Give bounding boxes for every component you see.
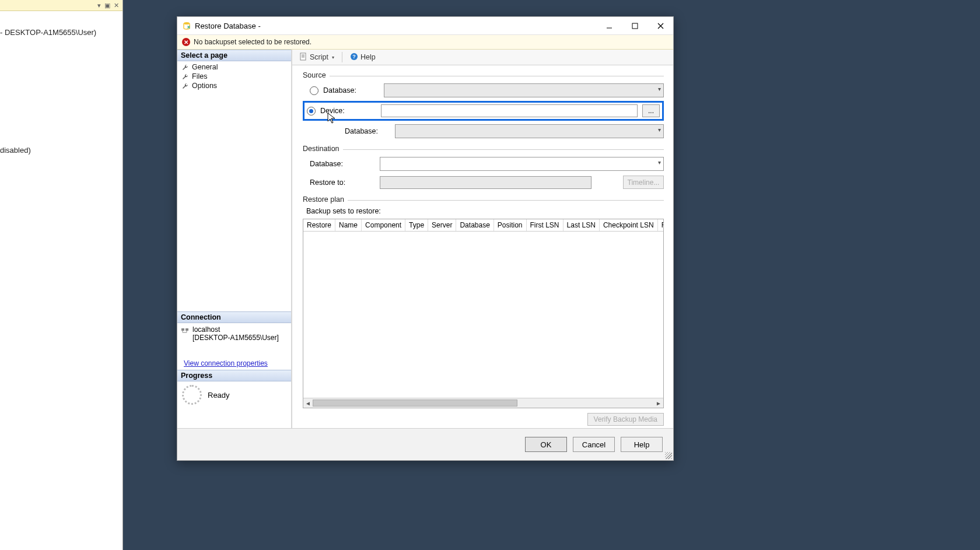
help-toolbar-button[interactable]: ? Help	[346, 51, 379, 64]
scroll-left-icon[interactable]: ◄	[303, 400, 313, 407]
page-label: Files	[192, 72, 207, 80]
backup-sets-grid[interactable]: Restore Name Component Type Server Datab…	[303, 219, 664, 408]
page-general[interactable]: General	[180, 62, 289, 72]
chevron-down-icon: ▾	[332, 55, 334, 60]
script-button[interactable]: Script ▾	[296, 51, 338, 64]
col-checkpoint-lsn[interactable]: Checkpoint LSN	[600, 219, 658, 231]
bg-text-disabled: disabled)	[0, 146, 31, 155]
svg-rect-6	[186, 328, 188, 331]
dialog-icon	[182, 21, 191, 30]
page-options[interactable]: Options	[180, 81, 289, 90]
progress-header: Progress	[177, 370, 291, 381]
page-list: General Files Options	[177, 61, 291, 90]
col-type[interactable]: Type	[405, 219, 428, 231]
help-button[interactable]: Help	[621, 437, 663, 452]
scroll-track[interactable]	[313, 399, 654, 407]
minimize-button[interactable]	[596, 17, 622, 34]
page-files[interactable]: Files	[180, 72, 289, 81]
bg-min-icon[interactable]: ▾	[97, 2, 101, 9]
grid-header: Restore Name Component Type Server Datab…	[303, 219, 663, 232]
wrench-icon	[181, 73, 189, 80]
help-label: Help	[360, 53, 376, 61]
background-window: ▾ ▣ ✕ - DESKTOP-A1M5655\User) disabled)	[0, 0, 123, 550]
resize-grip-icon[interactable]	[665, 452, 672, 459]
progress-spinner-icon	[182, 385, 202, 405]
device-path-input[interactable]	[381, 104, 638, 117]
radio-source-database[interactable]	[310, 86, 318, 95]
cancel-button[interactable]: Cancel	[573, 437, 615, 452]
warning-strip: ✕ No backupset selected to be restored.	[177, 35, 673, 50]
select-page-header: Select a page	[177, 50, 291, 61]
bg-pin-icon[interactable]: ▣	[104, 2, 110, 9]
svg-rect-5	[181, 328, 184, 331]
source-device-label: Device:	[320, 107, 376, 115]
progress-status: Ready	[208, 391, 230, 400]
highlight-device-row: Device: ...	[303, 101, 664, 121]
col-server[interactable]: Server	[428, 219, 456, 231]
page-label: Options	[192, 82, 217, 90]
restore-to-label: Restore to:	[310, 178, 375, 187]
chevron-down-icon: ▾	[658, 159, 661, 166]
svg-text:?: ?	[352, 54, 356, 59]
right-panel: Script ▾ ? Help Source Database: ▾	[292, 50, 673, 428]
svg-rect-2	[632, 23, 638, 29]
svg-point-0	[184, 22, 190, 24]
dialog-title: Restore Database -	[195, 22, 596, 30]
wrench-icon	[181, 82, 189, 90]
help-icon: ?	[350, 52, 358, 62]
col-component[interactable]: Component	[362, 219, 405, 231]
scroll-right-icon[interactable]: ►	[654, 400, 663, 407]
error-icon: ✕	[182, 38, 190, 46]
timeline-button: Timeline...	[623, 176, 664, 189]
restore-plan-group-label: Restore plan	[303, 195, 344, 204]
page-label: General	[192, 63, 218, 71]
col-restore[interactable]: Restore	[303, 219, 335, 231]
col-full-lsn[interactable]: Full LS	[658, 219, 664, 231]
titlebar: Restore Database -	[177, 17, 673, 35]
left-panel: Select a page General Files Options Conn…	[177, 50, 292, 428]
source-group-label: Source	[303, 71, 326, 79]
source-database-label: Database:	[323, 86, 379, 94]
radio-source-device[interactable]	[307, 107, 316, 115]
col-last-lsn[interactable]: Last LSN	[564, 219, 600, 231]
destination-group-label: Destination	[303, 145, 340, 153]
svg-rect-10	[300, 53, 306, 60]
restore-database-dialog: Restore Database - ✕ No backupset select…	[177, 16, 674, 461]
dest-database-combo[interactable]: ▾	[380, 157, 664, 171]
close-button[interactable]	[648, 17, 673, 34]
server-name: localhost	[192, 325, 279, 334]
col-name[interactable]: Name	[335, 219, 362, 231]
verify-backup-media-button: Verify Backup Media	[587, 413, 664, 426]
content-toolbar: Script ▾ ? Help	[292, 50, 673, 65]
browse-device-button[interactable]: ...	[642, 104, 660, 117]
grid-body	[303, 232, 663, 398]
col-database[interactable]: Database	[456, 219, 494, 231]
bg-text-user: - DESKTOP-A1M5655\User)	[0, 28, 96, 37]
user-name: [DESKTOP-A1M5655\User]	[192, 334, 279, 342]
dialog-footer: OK Cancel Help	[177, 428, 673, 460]
connection-header: Connection	[177, 311, 291, 323]
ok-button[interactable]: OK	[525, 437, 567, 452]
chevron-down-icon: ▾	[658, 86, 661, 92]
backup-sets-label: Backup sets to restore:	[306, 207, 664, 215]
restore-to-input	[380, 176, 592, 189]
view-connection-properties-link[interactable]: View connection properties	[184, 359, 268, 367]
server-icon	[181, 325, 189, 335]
source-sub-database-combo: ▾	[395, 124, 664, 138]
bg-toolbar: ▾ ▣ ✕	[0, 0, 123, 11]
script-icon	[299, 52, 307, 62]
bg-close-icon[interactable]: ✕	[114, 2, 119, 9]
grid-horizontal-scrollbar[interactable]: ◄ ►	[303, 398, 663, 408]
col-position[interactable]: Position	[494, 219, 527, 231]
col-first-lsn[interactable]: First LSN	[527, 219, 564, 231]
warning-text: No backupset selected to be restored.	[194, 38, 312, 46]
maximize-button[interactable]	[622, 17, 648, 34]
source-database-combo: ▾	[384, 83, 664, 97]
dest-database-label: Database:	[310, 160, 375, 168]
script-label: Script	[310, 53, 328, 61]
toolbar-separator	[342, 52, 342, 62]
source-sub-database-label: Database:	[345, 127, 390, 135]
wrench-icon	[181, 64, 189, 71]
scroll-thumb[interactable]	[313, 400, 517, 407]
chevron-down-icon: ▾	[658, 127, 661, 133]
